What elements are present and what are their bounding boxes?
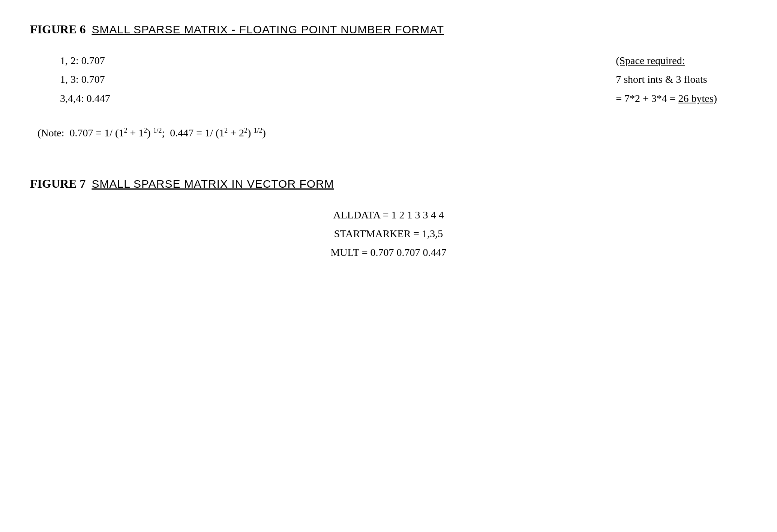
figure7-section: FIGURE 7 SMALL SPARSE MATRIX IN VECTOR F… (30, 177, 747, 262)
space-required-line2: = 7*2 + 3*4 = 26 bytes) (616, 89, 717, 108)
space-required-line1: 7 short ints & 3 floats (616, 70, 717, 89)
bytes-value: 26 bytes) (678, 93, 717, 104)
note-line: (Note: 0.707 = 1/ (12 + 12) 1/2; 0.447 =… (30, 127, 747, 139)
figure6-section: FIGURE 6 SMALL SPARSE MATRIX - FLOATING … (30, 22, 747, 139)
figure6-title: FIGURE 6 SMALL SPARSE MATRIX - FLOATING … (30, 22, 747, 36)
figure7-title: FIGURE 7 SMALL SPARSE MATRIX IN VECTOR F… (30, 177, 747, 191)
figure7-content: ALLDATA = 1 2 1 3 3 4 4 STARTMARKER = 1,… (30, 206, 747, 262)
startmarker-line: STARTMARKER = 1,3,5 (30, 224, 747, 243)
figure6-label: FIGURE 6 (30, 22, 86, 36)
entry-3: 3,4,4: 0.447 (60, 89, 110, 108)
space-required: (Space required: 7 short ints & 3 floats… (616, 51, 717, 108)
entry-1: 1, 2: 0.707 (60, 51, 110, 70)
figure7-subtitle: SMALL SPARSE MATRIX IN VECTOR FORM (92, 178, 334, 190)
figure7-label: FIGURE 7 (30, 177, 86, 191)
entry-2: 1, 3: 0.707 (60, 70, 110, 89)
space-required-title: (Space required: (616, 51, 717, 70)
matrix-entries: 1, 2: 0.707 1, 3: 0.707 3,4,4: 0.447 (60, 51, 110, 108)
figure6-subtitle: SMALL SPARSE MATRIX - FLOATING POINT NUM… (92, 23, 444, 36)
figure6-content: 1, 2: 0.707 1, 3: 0.707 3,4,4: 0.447 (Sp… (30, 51, 747, 108)
mult-line: MULT = 0.707 0.707 0.447 (30, 243, 747, 262)
alldata-line: ALLDATA = 1 2 1 3 3 4 4 (30, 206, 747, 224)
